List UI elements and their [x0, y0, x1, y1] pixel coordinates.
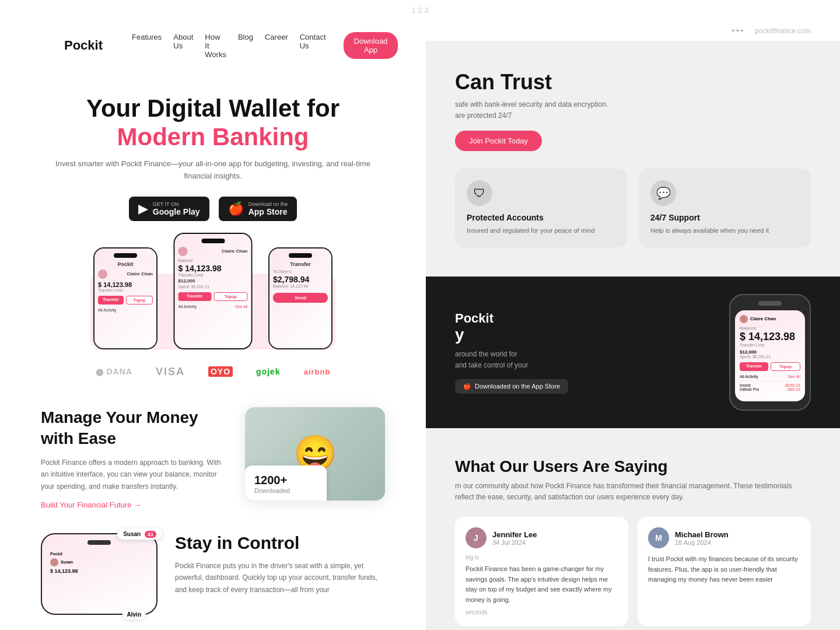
nav-features[interactable]: Features [132, 33, 162, 59]
jennifer-date: 34 Jul 2024 [492, 539, 537, 546]
feature-card-protected: 🛡 Protected Accounts Insured and regulat… [455, 169, 627, 247]
nav-blog[interactable]: Blog [238, 33, 253, 59]
navbar: Pockit Features About Us How It Works Bl… [0, 20, 426, 71]
support-icon: 💬 [650, 180, 676, 206]
jennifer-name: Jennifer Lee [492, 530, 537, 539]
manage-section: Manage Your Money with Ease Pockit Finan… [0, 390, 426, 522]
nav-about[interactable]: About Us [173, 33, 193, 59]
testimonial-card-michael: M Michael Brown 18 Aug 2024 I trust Pock… [638, 517, 811, 625]
testimonial-card-jennifer: J Jennifer Lee 34 Jul 2024 ing is Pockit… [455, 517, 628, 625]
testimonials-title: What Our Users Are Saying [455, 457, 811, 476]
partner-gojek: gojek [256, 367, 281, 376]
testimonials-section: What Our Users Are Saying rn our communi… [426, 440, 840, 630]
jennifer-review: Pockit Finance has been a game-changer f… [466, 564, 618, 605]
dark-phone-mockup: Claire Chan Balance $ 14,123.98 Transfer… [729, 294, 811, 411]
google-play-button[interactable]: ▶ GET IT ON Google Play [129, 197, 209, 221]
can-trust-title: Can Trust [455, 70, 811, 94]
can-trust-subtitle: safe with bank-level security and data e… [455, 99, 811, 121]
can-trust-section: Can Trust safe with bank-level security … [426, 41, 840, 265]
phone-mockup-center: Claire Chan Balance $ 14,123.98 Transfer… [174, 233, 253, 349]
nav-career[interactable]: Career [265, 33, 288, 59]
hero-section: Your Digital Wallet for Modern Banking I… [0, 71, 426, 233]
join-pockit-button[interactable]: Join Pockit Today [455, 131, 542, 151]
feature-cards: 🛡 Protected Accounts Insured and regulat… [455, 169, 811, 247]
nav-how-it-works[interactable]: How It Works [205, 33, 226, 59]
stay-control-desc: Pockit Finance puts you in the driver's … [175, 560, 385, 596]
michael-name: Michael Brown [675, 530, 729, 539]
dark-subtitle: around the world for and take control of… [455, 349, 718, 371]
partner-dana: ⬤ DANA [96, 367, 132, 376]
google-play-label: Google Play [153, 207, 200, 216]
apple-icon: 🍎 [228, 201, 244, 216]
manage-stats-card: 😄 1200+ Downloaded 40000+ People using P… [245, 407, 385, 501]
alvin-badge: Alvin [123, 610, 146, 620]
app-store-subtext: Download on the [249, 201, 288, 207]
chat-badge: Susan 41 [117, 528, 162, 540]
seconds-label: seconds [466, 609, 618, 615]
google-play-subtext: GET IT ON [153, 201, 200, 207]
phone-mockup-right: Transfer To Other's $2,798.94 Balance: 1… [268, 247, 332, 349]
manage-desc: Pockit Finance offers a modern approach … [41, 457, 228, 492]
partner-visa: VISA [156, 366, 185, 378]
google-play-icon: ▶ [138, 201, 148, 216]
store-buttons: ▶ GET IT ON Google Play 🍎 Download on th… [47, 197, 379, 221]
michael-review: I trust Pockit with my finances because … [648, 554, 800, 585]
hero-title: Your Digital Wallet for Modern Banking [47, 94, 379, 151]
download-app-button[interactable]: Download App [344, 32, 398, 59]
app-store-label: App Store [249, 207, 288, 216]
chat-phone-preview: Pockit Susan $ 14,123.98 [41, 533, 158, 615]
top-strip-content: 1 2 3 [412, 6, 429, 15]
shield-icon: 🛡 [467, 180, 492, 206]
michael-avatar: M [648, 527, 669, 548]
dark-tagline: y [455, 326, 718, 344]
nav-contact[interactable]: Contact Us [300, 33, 326, 59]
partner-airbnb: airbnb [304, 367, 331, 376]
partial-dots: • • • [732, 27, 743, 35]
logo: Pockit [64, 38, 103, 53]
stats-overlay: 1200+ Downloaded 40000+ People using Poc… [245, 466, 327, 501]
partial-label: ing is [466, 554, 618, 561]
testimonials-desc: rn our community about how Pockit Financ… [455, 481, 811, 503]
right-top-strip: • • • pockitfinance.com [426, 20, 840, 41]
partial-url: pockitfinance.com [755, 27, 811, 35]
app-store-button[interactable]: 🍎 Download on the App Store [219, 197, 298, 221]
dark-title: Pockit [455, 311, 718, 326]
phone-mockup-left: Pockit Claire Chan $ 14,123.98 Transfer … [93, 247, 158, 349]
hero-subtitle: Invest smarter with Pockit Finance—your … [47, 158, 379, 183]
testimonial-cards: J Jennifer Lee 34 Jul 2024 ing is Pockit… [455, 517, 811, 625]
dark-promo-section: Pockit y around the world for and take c… [426, 276, 840, 428]
partner-oyo: OYO [208, 366, 233, 377]
apple-icon-dark: 🍎 [463, 383, 471, 390]
feature-card-support: 💬 24/7 Support Help is always available … [639, 169, 811, 247]
navbar-links: Features About Us How It Works Blog Care… [132, 33, 326, 59]
manage-link[interactable]: Build Your Financial Future → [41, 501, 141, 509]
manage-title: Manage Your Money with Ease [41, 407, 228, 450]
partner-logos: ⬤ DANA VISA OYO gojek airbnb [0, 349, 426, 390]
michael-date: 18 Aug 2024 [675, 539, 729, 546]
phone-mockup-area: Pockit Claire Chan $ 14,123.98 Transfer … [0, 233, 426, 349]
dark-store-button[interactable]: 🍎 Downloaded on the App Store [455, 379, 568, 394]
jennifer-avatar: J [466, 527, 487, 548]
stay-control-title: Stay in Control [175, 533, 385, 553]
